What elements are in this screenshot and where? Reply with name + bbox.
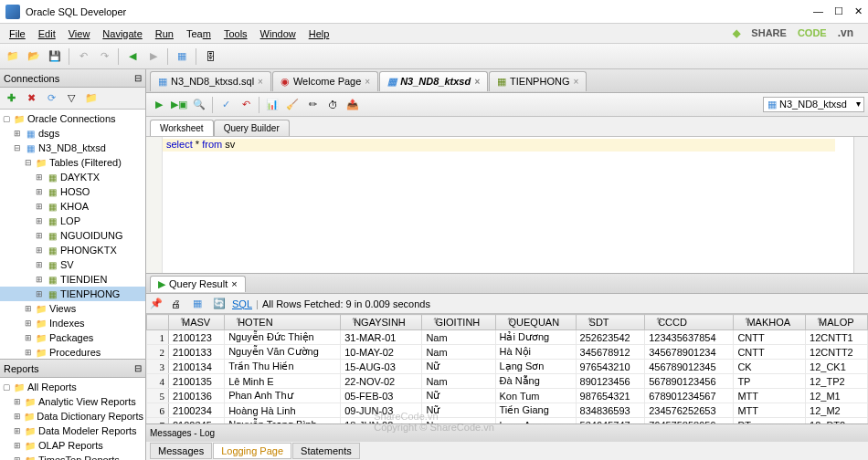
menu-view[interactable]: View (63, 26, 96, 41)
tree-table-dayktx[interactable]: ⊞▦DAYKTX (0, 170, 145, 184)
report-all-reports[interactable]: ▢📁All Reports (0, 380, 145, 394)
editor-tab-n3-nd8-ktxsd-sql[interactable]: ▦N3_ND8_ktxsd.sql× (150, 71, 271, 91)
tree-conn-dsgs[interactable]: ⊞▦dsgs (0, 126, 145, 141)
reports-tree[interactable]: ▢📁All Reports⊞📁Analytic View Reports⊞📁Da… (0, 378, 145, 460)
refresh-button[interactable]: ⟳ (42, 89, 60, 108)
tab-close-icon[interactable]: × (573, 77, 578, 87)
autotrace-button[interactable]: 📊 (263, 96, 281, 114)
minimize-button[interactable]: — (813, 5, 823, 17)
undo-button[interactable]: ↶ (74, 47, 92, 66)
report-analytic-view-reports[interactable]: ⊞📁Analytic View Reports (0, 394, 145, 409)
folder-button[interactable]: 📁 (82, 89, 101, 108)
tree-table-tienphong[interactable]: ⊞▦TIENPHONG (0, 287, 145, 301)
menu-help[interactable]: Help (303, 26, 335, 41)
report-timesten-reports[interactable]: ⊞📁TimesTen Reports (0, 453, 145, 460)
col-quequan[interactable]: ⇅QUEQUAN (495, 315, 576, 330)
tree-group-views[interactable]: ⊞📁Views (0, 301, 145, 316)
connections-tree[interactable]: ▢📁Oracle Connections⊞▦dsgs⊟▦N3_ND8_ktxsd… (0, 110, 145, 359)
menu-window[interactable]: Window (255, 26, 302, 41)
db-button[interactable]: 🗄 (201, 47, 219, 66)
redo-button[interactable]: ↷ (95, 47, 113, 66)
col-sdt[interactable]: ⇅SDT (576, 315, 645, 330)
tree-group-packages[interactable]: ⊞📁Packages (0, 330, 145, 345)
table-row[interactable]: 52100136Phan Anh Thư05-FEB-03NữKon Tum98… (147, 389, 868, 403)
editor-tab-tienphong[interactable]: ▦TIENPHONG× (489, 71, 587, 91)
panel-close-icon[interactable]: ⊟ (134, 73, 142, 83)
report-data-dictionary-reports[interactable]: ⊞📁Data Dictionary Reports (0, 409, 145, 423)
col-malop[interactable]: ⇅MALOP (806, 315, 868, 330)
col-hoten[interactable]: ⇅HOTEN (225, 315, 341, 330)
menu-run[interactable]: Run (150, 26, 179, 41)
tree-table-khoa[interactable]: ⊞▦KHOA (0, 199, 145, 214)
reports-close-icon[interactable]: ⊟ (134, 363, 142, 373)
report-data-modeler-reports[interactable]: ⊞📁Data Modeler Reports (0, 423, 145, 438)
report-olap-reports[interactable]: ⊞📁OLAP Reports (0, 438, 145, 453)
col-cccd[interactable]: ⇅CCCD (645, 315, 734, 330)
tree-table-lop[interactable]: ⊞▦LOP (0, 214, 145, 228)
back-button[interactable]: ◀ (123, 47, 142, 66)
tree-table-sv[interactable]: ⊞▦SV (0, 257, 145, 272)
open-button[interactable]: 📂 (25, 47, 43, 66)
tab-query-builder[interactable]: Query Builder (214, 120, 290, 136)
col-makhoa[interactable]: ⇅MAKHOA (734, 315, 806, 330)
filter-button[interactable]: ▽ (62, 89, 80, 108)
tab-close-icon[interactable]: × (258, 77, 263, 87)
menu-edit[interactable]: Edit (33, 26, 61, 41)
close-button[interactable]: ✕ (854, 5, 863, 17)
menu-tools[interactable]: Tools (218, 26, 253, 41)
history-button[interactable]: ⏱ (323, 96, 342, 114)
table-row[interactable]: 42100135Lê Minh E22-NOV-02NamĐà Nẵng8901… (147, 374, 868, 389)
tree-group-indexes[interactable]: ⊞📁Indexes (0, 316, 145, 330)
sql-link[interactable]: SQL (232, 298, 252, 309)
sql-button[interactable]: ▦ (173, 47, 191, 66)
tab-logging[interactable]: Logging Page (213, 443, 291, 459)
run-button[interactable]: ▶ (150, 96, 168, 114)
result-close-icon[interactable]: × (231, 278, 237, 289)
tree-table-hoso[interactable]: ⊞▦HOSO (0, 184, 145, 199)
editor-tab-n3-nd8-ktxsd[interactable]: ▦N3_ND8_ktxsd× (379, 71, 488, 91)
refresh-result-button[interactable]: 🔄 (210, 295, 228, 313)
editor-scrollbar[interactable] (853, 137, 868, 273)
menu-file[interactable]: File (4, 26, 31, 41)
table-row[interactable]: 22100133Nguyễn Văn Cường10-MAY-02NamHà N… (147, 345, 868, 360)
export-button[interactable]: ▦ (188, 295, 206, 313)
new-button[interactable]: 📁 (4, 47, 22, 66)
tab-messages[interactable]: Messages (150, 443, 212, 459)
print-button[interactable]: 🖨 (166, 295, 185, 313)
result-grid[interactable]: ⇅MASV⇅HOTEN⇅NGAYSINH⇅GIOITINH⇅QUEQUAN⇅SD… (146, 314, 868, 423)
clear-button[interactable]: 🧹 (283, 96, 302, 114)
format-button[interactable]: ✏ (303, 96, 322, 114)
commit-button[interactable]: ✓ (217, 96, 235, 114)
tree-tables[interactable]: ⊟📁Tables (Filtered) (0, 155, 145, 170)
table-row[interactable]: 32100134Trần Thu Hiền15-AUG-03NữLạng Sơn… (147, 360, 868, 374)
connection-dropdown[interactable]: ▦ N3_ND8_ktxsd (763, 97, 864, 112)
tree-table-nguoidung[interactable]: ⊞▦NGUOIDUNG (0, 228, 145, 243)
delete-connection-button[interactable]: ✖ (22, 89, 40, 108)
tab-close-icon[interactable]: × (365, 77, 370, 87)
new-connection-button[interactable]: ✚ (2, 89, 20, 108)
table-row[interactable]: 62100234Hoàng Hà Linh09-JUN-03NữTiền Gia… (147, 403, 868, 418)
explain-button[interactable]: 🔍 (190, 96, 208, 114)
dbms-button[interactable]: 📤 (344, 96, 362, 114)
tree-table-phongktx[interactable]: ⊞▦PHONGKTX (0, 243, 145, 257)
pin-icon[interactable]: 📌 (150, 298, 163, 309)
menu-navigate[interactable]: Navigate (97, 26, 147, 41)
maximize-button[interactable]: ☐ (834, 5, 843, 17)
tab-worksheet[interactable]: Worksheet (150, 120, 214, 136)
col-ngaysinh[interactable]: ⇅NGAYSINH (341, 315, 422, 330)
save-button[interactable]: 💾 (46, 47, 64, 66)
editor-tab-welcome-page[interactable]: ◉Welcome Page× (272, 71, 378, 91)
table-row[interactable]: 12100123Nguyễn Đức Thiện31-MAR-01NamHải … (147, 330, 868, 345)
tab-query-result[interactable]: ▶ Query Result × (150, 276, 246, 292)
tab-statements[interactable]: Statements (292, 443, 360, 459)
tree-root[interactable]: ▢📁Oracle Connections (0, 111, 145, 126)
col-masv[interactable]: ⇅MASV (169, 315, 225, 330)
forward-button[interactable]: ▶ (144, 47, 163, 66)
tree-group-procedures[interactable]: ⊞📁Procedures (0, 345, 145, 359)
sql-code-area[interactable]: select * from sv (163, 137, 853, 273)
rollback-button[interactable]: ↶ (237, 96, 255, 114)
tab-close-icon[interactable]: × (474, 77, 480, 87)
tree-conn-main[interactable]: ⊟▦N3_ND8_ktxsd (0, 141, 145, 155)
run-script-button[interactable]: ▶▣ (170, 96, 188, 114)
menu-team[interactable]: Team (181, 26, 217, 41)
